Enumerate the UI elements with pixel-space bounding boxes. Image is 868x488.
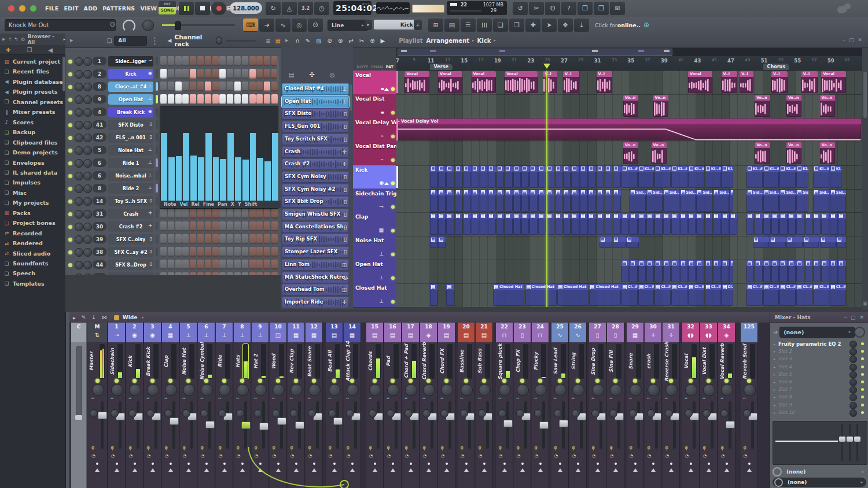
pattern-clip[interactable] [580,213,587,235]
step-cell[interactable] [242,234,248,244]
velocity-bar[interactable] [272,133,278,201]
step-cell[interactable] [190,221,196,231]
mixer-strip-wood[interactable]: 10◫Wood◂▸φ◔ [270,323,287,488]
save-button[interactable]: ❒ [578,2,593,14]
velocity-bar[interactable] [235,157,241,201]
strip-pan-knob[interactable] [329,384,341,396]
audio-clip-v-l[interactable]: V..l [722,71,738,93]
help-button[interactable]: ? [561,2,576,14]
mixer-track-indicator[interactable] [156,133,158,142]
strip-stereo-icon[interactable]: φ [572,445,575,450]
strip-fader-track[interactable] [693,401,696,449]
strip-number[interactable]: 20 [458,324,475,330]
strip-aux-knob[interactable] [478,409,486,417]
pattern-clip-ki-2[interactable]: Ki..#2 [705,166,721,188]
strip-meter[interactable] [100,344,105,379]
strip-aux-knob[interactable] [629,409,637,417]
step-cell[interactable] [271,221,278,231]
strip-led[interactable] [613,379,617,383]
pattern-clip[interactable] [571,166,579,188]
mixer-strip-master[interactable]: M⇅Master◂▸φ◔ [87,323,108,488]
strip-meter[interactable] [727,344,733,379]
mixer-strip-hats[interactable]: 8⊥Hats◂▸φ◔ [234,323,251,488]
strip-pan-knob[interactable] [499,384,511,396]
strip-swap-icon[interactable]: ◔ [165,453,169,459]
audio-clip-vocal[interactable]: Vocal [404,71,429,93]
mixer-strip-chord-pad[interactable]: 17▤Chord + Pad◂▸φ◔ [402,323,420,488]
pattern-clip[interactable] [563,166,571,188]
strip-meter[interactable] [261,344,266,379]
fx-slot-led[interactable] [861,411,864,414]
track-led[interactable] [391,182,395,185]
step-cell[interactable] [219,247,226,257]
pattern-clip[interactable] [805,213,812,235]
strip-number[interactable]: M [87,324,107,330]
pat-song-toggle[interactable]: PAT SONG [159,1,176,15]
save-as-button[interactable]: ❒ [594,2,609,14]
picker-item-smigen-whistle-sfx[interactable]: Smigen Whistle SFX▯ [282,209,349,220]
input-knob-icon[interactable] [773,467,782,476]
mixer-track-indicator[interactable] [156,95,158,103]
strip-fader-track[interactable] [655,401,658,449]
pattern-clip[interactable] [538,190,546,212]
step-cell[interactable] [205,94,211,104]
pattern-clip[interactable] [663,260,671,282]
browser-item-demo-projects[interactable]: ❏Demo projects [0,147,62,157]
step-cell[interactable] [160,69,167,79]
strip-swap-icon[interactable]: ◔ [703,453,707,459]
strip-number[interactable]: 33 [700,324,717,330]
strip-pan-knob[interactable] [405,384,417,396]
pattern-clip[interactable] [599,236,612,248]
velocity-bar[interactable] [198,157,204,201]
mixer-dock-icon[interactable]: ↓ [91,315,96,320]
channel-pan-knob[interactable] [75,57,83,66]
pattern-clip[interactable] [496,190,504,212]
mixer-menu-icon[interactable]: ▶ [73,316,76,320]
pattern-clip-ki-2[interactable]: Ki..#2 [779,166,796,188]
step-cell[interactable] [227,247,233,257]
strip-fader-track[interactable] [413,401,415,449]
pattern-clip[interactable] [688,260,696,282]
velocity-bar[interactable] [168,157,175,201]
strip-number[interactable]: 10 [270,324,286,330]
step-cell[interactable] [205,56,211,66]
step-cell[interactable] [205,209,211,219]
channel-volume-knob[interactable] [83,57,92,66]
mixer-track-indicator[interactable] [156,184,158,193]
strip-meter[interactable] [189,344,194,379]
strip-number[interactable]: 34 [718,324,735,330]
step-cell[interactable] [197,209,204,219]
slide-notes-button[interactable]: ∿ [275,19,290,31]
channel-target-number[interactable]: 6 [93,171,106,180]
minimize-icon[interactable]: – [844,315,848,320]
pattern-clip[interactable] [813,213,821,235]
pattern-clip[interactable] [771,260,779,282]
record-button[interactable] [211,2,226,14]
audio-clip-vo-n[interactable]: Vo..n [755,142,770,164]
strip-number[interactable]: 23 [514,324,531,330]
step-cell[interactable] [190,69,196,79]
step-cell[interactable] [271,234,278,244]
strip-led[interactable] [115,379,119,383]
pattern-clip-ki-2[interactable]: Ki..#2 [671,166,687,188]
channel-led[interactable] [68,98,72,102]
pattern-clip-sid-2[interactable]: Sid..2 [680,190,696,212]
pattern-clip-cl-3[interactable]: Cl..#3 [671,284,687,306]
strip-led[interactable] [444,379,448,383]
pattern-clip[interactable] [671,260,679,282]
graph-tab-note[interactable]: Note [164,202,176,207]
strip-swap-icon[interactable]: ◔ [630,453,634,459]
strip-number[interactable]: 26 [569,324,586,330]
strip-swap-icon[interactable]: ◔ [387,453,391,459]
picker-item-ma-staticshock-retro[interactable]: MA StaticShock Retro..▯ [282,272,349,283]
step-cell[interactable] [175,209,182,219]
browser-item-project-bones[interactable]: ❏Project bones [0,218,62,228]
strip-number[interactable]: 30 [645,324,661,330]
strip-stereo-icon[interactable]: φ [405,445,408,450]
step-cell[interactable] [234,56,241,66]
step-cell[interactable] [271,209,278,219]
strip-aux-knob[interactable] [290,409,298,417]
fx-slot-slot-7[interactable]: ▸Slot 7 [771,386,867,393]
strip-meter[interactable] [297,344,302,379]
route-arrow-icon[interactable] [240,468,245,472]
